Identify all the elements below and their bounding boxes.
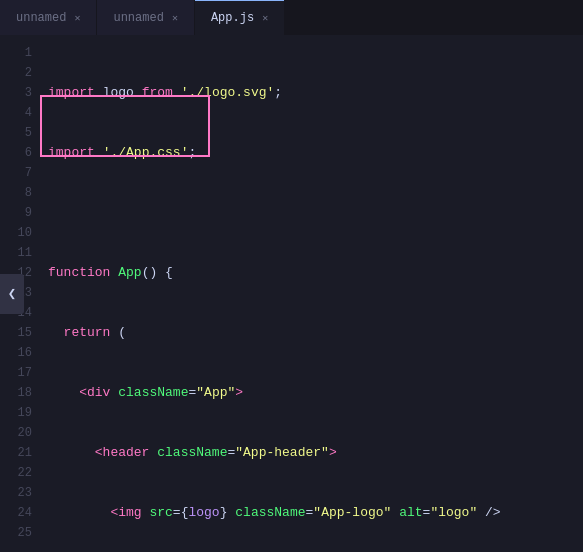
line-num: 6 [0, 143, 32, 163]
tab-close-2[interactable]: ✕ [172, 12, 178, 24]
tab-inactive-2[interactable]: unnamed ✕ [97, 0, 194, 35]
line-num: 1 [0, 43, 32, 63]
line-num: 11 [0, 243, 32, 263]
line-num: 22 [0, 463, 32, 483]
tab-inactive-1[interactable]: unnamed ✕ [0, 0, 97, 35]
code-area: ❮ 1 2 3 4 5 6 7 8 9 10 11 12 13 14 15 16… [0, 35, 583, 552]
line-num: 10 [0, 223, 32, 243]
code-line-5: return ( [48, 323, 583, 343]
line-num: 4 [0, 103, 32, 123]
line-num: 3 [0, 83, 32, 103]
line-num: 20 [0, 423, 32, 443]
tab-label-2: unnamed [113, 11, 163, 25]
editor-container: unnamed ✕ unnamed ✕ App.js ✕ ❮ 1 2 3 4 5… [0, 0, 583, 552]
line-num: 21 [0, 443, 32, 463]
line-num: 18 [0, 383, 32, 403]
line-num: 5 [0, 123, 32, 143]
tab-close-active[interactable]: ✕ [262, 12, 268, 24]
line-num: 15 [0, 323, 32, 343]
line-num: 9 [0, 203, 32, 223]
line-num: 25 [0, 523, 32, 543]
code-line-6: <div className="App"> [48, 383, 583, 403]
code-content[interactable]: import logo from './logo.svg'; import '.… [40, 35, 583, 552]
line-num: 8 [0, 183, 32, 203]
tab-close-1[interactable]: ✕ [74, 12, 80, 24]
code-line-7: <header className="App-header"> [48, 443, 583, 463]
line-num: 2 [0, 63, 32, 83]
tab-label-1: unnamed [16, 11, 66, 25]
code-line-3 [48, 203, 583, 223]
tab-active-appjs[interactable]: App.js ✕ [195, 0, 284, 35]
code-line-1: import logo from './logo.svg'; [48, 83, 583, 103]
line-num: 7 [0, 163, 32, 183]
tab-bar: unnamed ✕ unnamed ✕ App.js ✕ [0, 0, 583, 35]
line-num: 17 [0, 363, 32, 383]
line-num: 16 [0, 343, 32, 363]
line-num: 24 [0, 503, 32, 523]
line-num: 23 [0, 483, 32, 503]
line-num: 19 [0, 403, 32, 423]
code-line-8: <img src={logo} className="App-logo" alt… [48, 503, 583, 523]
left-arrow-button[interactable]: ❮ [0, 274, 24, 314]
code-line-4: function App() { [48, 263, 583, 283]
code-line-2: import './App.css'; [48, 143, 583, 163]
tab-label-active: App.js [211, 11, 254, 25]
